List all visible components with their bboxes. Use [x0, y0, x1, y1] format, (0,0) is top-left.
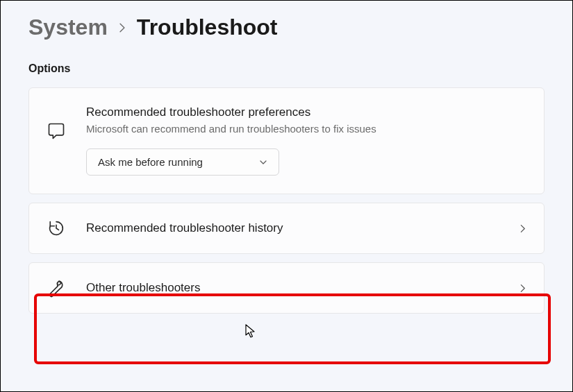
card-troubleshooter-history[interactable]: Recommended troubleshooter history: [28, 203, 545, 254]
chevron-right-icon: [117, 23, 127, 33]
chevron-down-icon: [259, 158, 267, 167]
section-label: Options: [28, 62, 545, 75]
comment-icon: [46, 105, 67, 141]
cards: Recommended troubleshooter preferences M…: [28, 87, 545, 314]
card-troubleshooter-preferences: Recommended troubleshooter preferences M…: [28, 87, 545, 194]
card-other-troubleshooters[interactable]: Other troubleshooters: [28, 262, 545, 314]
wrench-icon: [46, 278, 67, 298]
history-title: Recommended troubleshooter history: [86, 221, 499, 237]
preferences-description: Microsoft can recommend and run troubles…: [86, 122, 527, 136]
preferences-title: Recommended troubleshooter preferences: [86, 105, 527, 121]
chevron-right-icon: [518, 284, 527, 293]
breadcrumb: System Troubleshoot: [28, 15, 545, 40]
chevron-right-icon: [518, 224, 527, 233]
breadcrumb-current: Troubleshoot: [137, 15, 278, 40]
preferences-dropdown[interactable]: Ask me before running: [86, 148, 279, 176]
dropdown-value: Ask me before running: [98, 156, 203, 168]
breadcrumb-parent[interactable]: System: [28, 15, 108, 40]
other-title: Other troubleshooters: [86, 280, 499, 296]
history-icon: [46, 219, 67, 238]
